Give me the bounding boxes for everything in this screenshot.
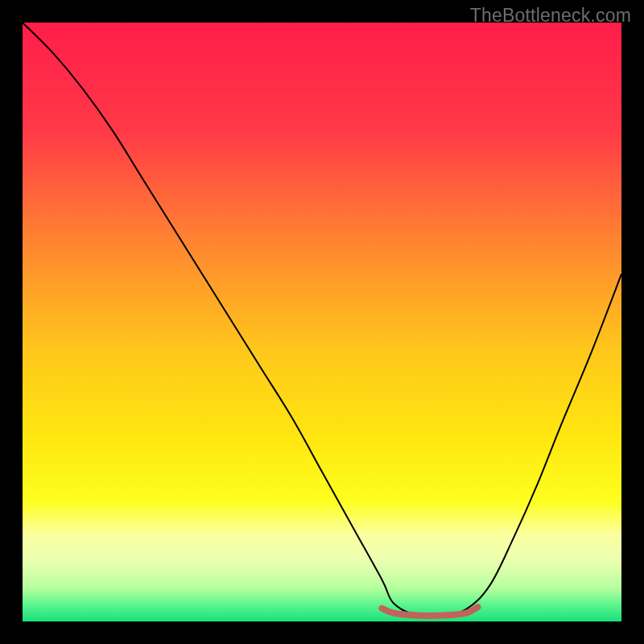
plot-area (23, 23, 621, 621)
background-gradient (23, 23, 621, 621)
svg-rect-0 (23, 23, 621, 621)
chart-frame: TheBottleneck.com (0, 0, 644, 644)
watermark-text: TheBottleneck.com (470, 5, 631, 27)
